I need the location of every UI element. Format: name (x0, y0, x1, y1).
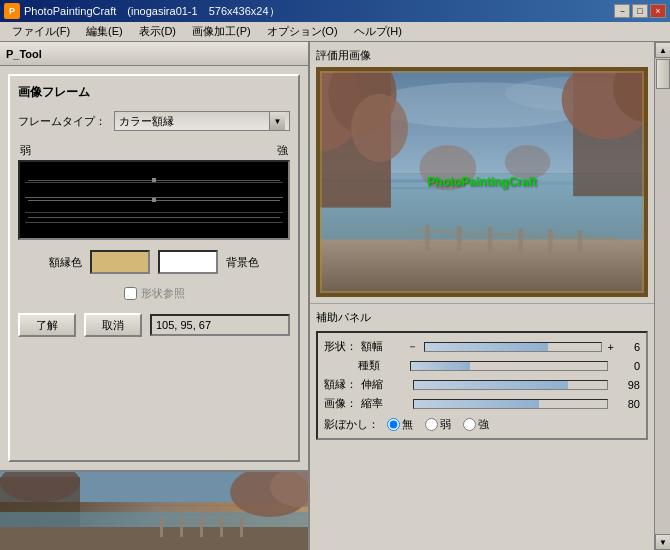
frame-type-select[interactable]: カラー額縁 ▼ (114, 111, 290, 131)
watermark-text: PhotoPaintingCraft (427, 175, 536, 189)
svg-rect-33 (548, 229, 553, 254)
shadow-weak-radio[interactable] (425, 418, 438, 431)
shadow-strong-radio[interactable] (463, 418, 476, 431)
chart-line-1 (25, 182, 283, 183)
button-row: 了解 取消 105, 95, 67 (18, 313, 290, 337)
preview-section: 評価用画像 (310, 42, 654, 304)
close-button[interactable]: × (650, 4, 666, 18)
weak-strong-row: 弱 強 (18, 143, 290, 158)
stretch-slider[interactable] (413, 380, 608, 390)
frame-type-value: カラー額縁 (119, 114, 174, 129)
menu-help[interactable]: ヘルプ(H) (346, 22, 410, 41)
ok-button[interactable]: 了解 (18, 313, 76, 337)
shape-ref-checkbox[interactable] (124, 287, 137, 300)
chart-line-3 (25, 212, 283, 213)
helper-content: 形状： 額幅 － + 6 種類 (316, 331, 648, 440)
svg-rect-30 (457, 226, 462, 251)
ptool-bar: P_Tool (0, 42, 308, 66)
maximize-button[interactable]: □ (632, 4, 648, 18)
width-plus: + (608, 341, 614, 353)
shadow-blur-row: 影ぼかし： 無 弱 強 (324, 417, 640, 432)
svg-rect-26 (320, 239, 644, 293)
shadow-label: 影ぼかし： (324, 417, 379, 432)
type-slider[interactable] (410, 361, 608, 371)
zoom-value: 80 (620, 398, 640, 410)
width-value: 6 (620, 341, 640, 353)
preview-title: 評価用画像 (316, 48, 648, 63)
menu-edit[interactable]: 編集(E) (78, 22, 131, 41)
helper-title: 補助パネル (316, 310, 648, 325)
svg-rect-29 (425, 225, 430, 250)
helper-row-frame-stretch: 額縁： 伸縮 98 (324, 377, 640, 392)
frame-color-label: 額縁色 (49, 255, 82, 270)
svg-rect-31 (488, 227, 493, 252)
svg-rect-9 (240, 517, 243, 537)
shape-ref-label: 形状参照 (141, 286, 185, 301)
shape-section-label: 形状： (324, 339, 357, 354)
zoom-slider[interactable] (413, 399, 608, 409)
width-slider-fill (425, 343, 548, 351)
chart-area[interactable] (18, 160, 290, 240)
window-title: PhotoPaintingCraft (inogasira01-1 576x43… (24, 4, 280, 19)
stretch-item-label: 伸縮 (361, 377, 401, 392)
svg-rect-34 (578, 230, 583, 255)
svg-point-22 (351, 94, 408, 162)
menu-options[interactable]: オプション(O) (259, 22, 346, 41)
preview-frame: PhotoPaintingCraft (316, 67, 648, 297)
menu-bar: ファイル(F) 編集(E) 表示(D) 画像加工(P) オプション(O) ヘルプ… (0, 22, 670, 42)
left-panel: P_Tool 画像フレーム フレームタイプ： カラー額縁 ▼ 弱 強 (0, 42, 310, 550)
shadow-none-option[interactable]: 無 (387, 417, 413, 432)
menu-file[interactable]: ファイル(F) (4, 22, 78, 41)
color-row: 額縁色 背景色 (18, 250, 290, 274)
bg-color-box[interactable] (158, 250, 218, 274)
window-controls: － □ × (614, 4, 666, 18)
frame-color-box[interactable] (90, 250, 150, 274)
shadow-radio-group: 無 弱 強 (387, 417, 489, 432)
zoom-slider-fill (414, 400, 539, 408)
width-dash: － (407, 339, 418, 354)
minimize-button[interactable]: － (614, 4, 630, 18)
shadow-strong-option[interactable]: 強 (463, 417, 489, 432)
scroll-down-button[interactable]: ▼ (655, 534, 670, 550)
shape-ref-row: 形状参照 (18, 286, 290, 301)
dialog-panel: 画像フレーム フレームタイプ： カラー額縁 ▼ 弱 強 (8, 74, 300, 462)
width-item-label: 額幅 (361, 339, 401, 354)
watermark-label: PhotoPaintingCraft (427, 175, 536, 189)
right-panel-wrapper: 評価用画像 (310, 42, 670, 550)
svg-rect-7 (200, 517, 203, 537)
dialog-title: 画像フレーム (18, 84, 290, 101)
vertical-scrollbar[interactable]: ▲ ▼ (654, 42, 670, 550)
frame-section-label: 額縁： (324, 377, 357, 392)
menu-image-process[interactable]: 画像加工(P) (184, 22, 259, 41)
strip-svg (0, 472, 308, 550)
shadow-none-radio[interactable] (387, 418, 400, 431)
main-area: P_Tool 画像フレーム フレームタイプ： カラー額縁 ▼ 弱 強 (0, 42, 670, 550)
frame-type-row: フレームタイプ： カラー額縁 ▼ (18, 111, 290, 131)
bg-color-label: 背景色 (226, 255, 259, 270)
scroll-up-button[interactable]: ▲ (655, 42, 670, 58)
type-value: 0 (620, 360, 640, 372)
scroll-track[interactable] (655, 58, 670, 534)
svg-rect-6 (180, 517, 183, 537)
coords-display: 105, 95, 67 (150, 314, 290, 336)
app-icon: P (4, 3, 20, 19)
stretch-value: 98 (620, 379, 640, 391)
helper-row-shape-width: 形状： 額幅 － + 6 (324, 339, 640, 354)
cancel-button[interactable]: 取消 (84, 313, 142, 337)
shadow-none-label: 無 (402, 417, 413, 432)
dropdown-arrow-icon: ▼ (269, 112, 285, 130)
shadow-strong-label: 強 (478, 417, 489, 432)
title-bar: P PhotoPaintingCraft (inogasira01-1 576x… (0, 0, 670, 22)
helper-row-shape-type: 種類 0 (324, 358, 640, 373)
weak-label: 弱 (20, 143, 31, 158)
frame-type-label: フレームタイプ： (18, 114, 106, 129)
menu-view[interactable]: 表示(D) (131, 22, 184, 41)
helper-panel-section: 補助パネル 形状： 額幅 － + 6 種 (310, 304, 654, 550)
ptool-label: P_Tool (6, 48, 42, 60)
shadow-weak-option[interactable]: 弱 (425, 417, 451, 432)
scroll-thumb[interactable] (656, 59, 670, 89)
type-item-label: 種類 (358, 358, 398, 373)
strong-label: 強 (277, 143, 288, 158)
zoom-item-label: 縮率 (361, 396, 401, 411)
width-slider[interactable] (424, 342, 602, 352)
